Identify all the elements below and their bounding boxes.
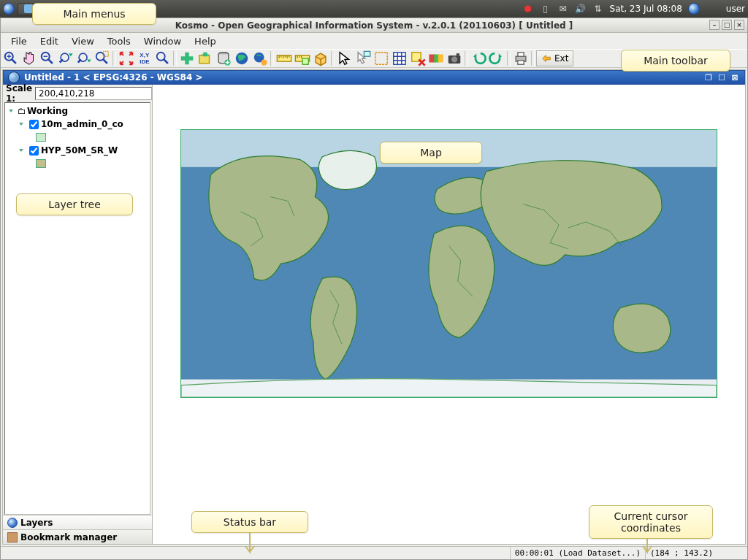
add-wms-icon[interactable] [196,50,214,67]
menu-help[interactable]: Help [188,34,222,48]
start-icon[interactable] [3,3,15,15]
zoom-next-icon[interactable] [75,50,93,67]
menu-edit[interactable]: Edit [34,34,64,48]
callout-map: Map [380,142,482,164]
doc-restore-icon[interactable]: ❐ [703,72,714,83]
maximize-button[interactable]: □ [722,20,732,30]
svg-point-12 [157,53,165,61]
select-rect-icon[interactable] [373,50,390,67]
expand-icon[interactable] [17,146,26,155]
svg-rect-29 [394,53,406,65]
doc-max-icon[interactable]: ☐ [717,72,727,83]
table-icon[interactable] [391,50,408,67]
svg-rect-18 [202,55,210,55]
menu-window[interactable]: Window [138,34,187,48]
zoom-selection-icon[interactable] [94,50,111,67]
network-icon[interactable]: ⇅ [592,3,604,15]
camera-icon[interactable] [446,50,463,67]
world-add-icon[interactable] [251,50,269,67]
svg-rect-36 [457,53,459,55]
callout-coords: Current cursor coordinates [589,505,713,539]
window-title: Kosmo - Open Geographical Information Sy… [175,20,573,31]
app-window: Kosmo - Open Geographical Information Sy… [0,18,748,560]
globe-tray-icon[interactable] [688,3,700,15]
scale-input[interactable] [35,87,152,100]
mail-icon[interactable]: ✉ [557,3,569,15]
add-layer-icon[interactable] [178,50,196,67]
tab-label: Layers [20,518,53,528]
svg-point-23 [261,59,267,65]
menu-file[interactable]: File [5,34,33,48]
map-canvas[interactable] [180,129,717,398]
menu-tools[interactable]: Tools [102,34,137,48]
zoom-xy-icon[interactable]: X,YIDE [136,50,153,67]
volume-icon[interactable]: 🔊 [575,3,587,15]
expand-icon[interactable] [17,120,26,129]
add-db-icon[interactable] [215,50,232,67]
svg-point-9 [96,53,104,61]
scale-bar: Scale 1: [3,85,152,102]
status-coords: (184 ; 143.2) [645,547,747,559]
svg-line-1 [12,59,16,64]
status-bar: 00:00:01 (Load Dataset...) (184 ; 143.2) [1,546,747,559]
layer-symbol-icon [36,159,46,168]
minimize-button[interactable]: – [709,20,720,30]
user-label[interactable]: user [726,4,745,14]
tree-layer-2[interactable]: HYP_50M_SR_W [5,144,150,157]
svg-rect-26 [302,58,308,64]
measure-dist-icon[interactable] [275,50,293,67]
cursor-icon[interactable] [336,50,354,67]
zoom-out-icon[interactable] [39,50,56,67]
update-icon[interactable]: ⬢ [522,3,534,15]
folder-icon: 🗀 [17,106,27,116]
svg-line-10 [103,59,107,64]
sidebar: Scale 1: 🗀 Working 10m_admin_0_co [3,85,153,544]
box-icon[interactable] [312,50,329,67]
svg-rect-28 [375,53,388,65]
menu-view[interactable]: View [66,34,100,48]
pan-icon[interactable] [20,50,38,67]
tab-label: Bookmark manager [20,532,117,542]
svg-rect-27 [364,51,370,56]
svg-point-35 [451,56,457,62]
scale-label: Scale 1: [6,83,32,104]
tab-bookmarks[interactable]: Bookmark manager [3,529,152,544]
zoom-full-icon[interactable] [118,50,135,67]
layer-visible-checkbox[interactable] [29,146,39,156]
layer-visible-checkbox[interactable] [29,120,39,129]
zoom-layer-icon[interactable] [154,50,172,67]
measure-area-icon[interactable] [294,50,311,67]
svg-rect-33 [438,55,443,63]
zoom-in-icon[interactable] [2,50,20,67]
undo-icon[interactable] [470,50,487,67]
callout-tree: Layer tree [16,193,133,215]
close-window-button[interactable]: × [734,20,744,30]
ext-button[interactable]: Ext [536,50,573,66]
svg-line-5 [48,59,53,64]
style-icon[interactable] [427,50,445,67]
svg-rect-39 [518,61,524,65]
redo-icon[interactable] [488,50,505,67]
layer-tree[interactable]: 🗀 Working 10m_admin_0_co HYP_5 [4,102,150,515]
print-icon[interactable] [512,50,530,67]
svg-line-13 [164,59,168,64]
identify-icon[interactable] [354,50,372,67]
callout-toolbar: Main toolbar [621,50,730,72]
layer-label: 10m_admin_0_co [41,119,123,129]
tree-root[interactable]: 🗀 Working [5,104,150,118]
tab-layers[interactable]: Layers [3,515,152,529]
world-icon[interactable] [233,50,251,67]
expand-icon[interactable] [7,107,15,115]
doc-close-icon[interactable]: ⊠ [730,72,740,83]
battery-icon[interactable]: ▯ [540,3,552,15]
zoom-prev-icon[interactable] [57,50,75,67]
doc-globe-icon [8,72,20,83]
clear-sel-icon[interactable] [409,50,427,67]
content-area: Untitled - 1 < EPSG:4326 - WGS84 > ❐ ☐ ⊠… [2,69,746,545]
tree-layer-1[interactable]: 10m_admin_0_co [5,118,150,131]
callout-menus: Main menus [32,3,156,25]
layer-symbol-icon [36,133,46,142]
menubar: File Edit View Tools Window Help [1,33,747,49]
clock-text[interactable]: Sat, 23 Jul 08:08 [610,4,682,14]
layer-label: HYP_50M_SR_W [41,145,118,156]
